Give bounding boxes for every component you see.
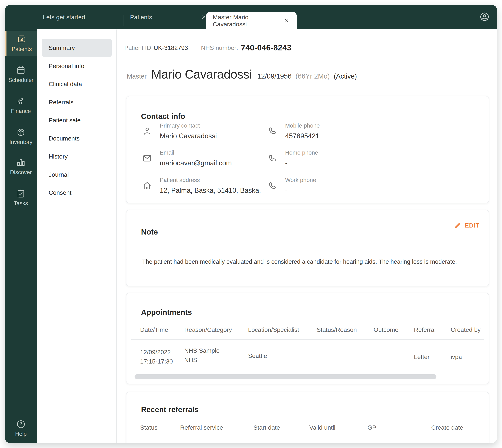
card-title: Recent referrals: [141, 405, 199, 414]
patient-card-icon: [17, 35, 27, 44]
column-header-create-date: Create date: [431, 424, 463, 431]
menu-item-referrals[interactable]: Referrals: [42, 93, 112, 111]
app-window: Lets get started Patients Master Mario C…: [5, 5, 497, 443]
sidebar-item-tasks[interactable]: Tasks: [5, 187, 37, 208]
nhs-number-label: NHS number:: [201, 44, 238, 51]
menu-item-label: Patient sale: [49, 117, 81, 124]
menu-item-label: Summary: [49, 44, 75, 51]
appointments-card: Appointments Date/Time Reason/Category L…: [126, 293, 489, 384]
menu-item-label: Personal info: [49, 63, 84, 69]
finance-chart-icon: [16, 96, 26, 106]
account-circle-icon: [479, 12, 490, 22]
menu-item-clinical-data[interactable]: Clinical data: [42, 75, 112, 93]
menu-item-consent[interactable]: Consent: [42, 184, 112, 202]
appointment-reason: NHS Sample: [184, 346, 220, 355]
patient-dob: 12/09/1956: [257, 72, 291, 80]
field-label: Mobile phone: [285, 122, 320, 129]
table-divider: [131, 339, 484, 339]
edit-note-button[interactable]: EDIT: [454, 221, 480, 229]
menu-item-journal[interactable]: Journal: [42, 166, 112, 184]
sidebar-item-finance[interactable]: Finance: [5, 95, 37, 116]
menu-item-patient-sale[interactable]: Patient sale: [42, 111, 112, 129]
patient-status-badge: (Active): [334, 72, 357, 80]
patient-name: Mario Cavaradossi: [151, 67, 252, 81]
field-value: Mario Cavaradossi: [160, 132, 217, 140]
bar-chart-icon: [16, 158, 26, 168]
appointments-horizontal-scrollbar[interactable]: [135, 374, 437, 379]
sidebar-rail: Patients Scheduler Finance Inventory: [5, 29, 37, 443]
tab-lets-get-started[interactable]: Lets get started: [43, 5, 85, 29]
menu-item-label: Documents: [49, 135, 80, 142]
menu-item-documents[interactable]: Documents: [42, 129, 112, 147]
contact-field-mobile-phone: Mobile phone 457895421: [285, 122, 320, 140]
close-icon[interactable]: [284, 18, 290, 24]
contact-info-card: Contact info Primary contact Mario Cavar…: [126, 96, 489, 203]
patient-age: (66Yr 2Mo): [296, 72, 330, 80]
sidebar-item-patients[interactable]: Patients: [5, 31, 37, 56]
menu-item-label: History: [49, 153, 68, 160]
menu-item-summary[interactable]: Summary: [42, 39, 112, 57]
phone-icon: [267, 181, 278, 191]
clipboard-check-icon: [16, 189, 26, 198]
calendar-icon: [16, 65, 26, 75]
column-header-status-reason: Status/Reason: [317, 326, 357, 333]
menu-item-personal-info[interactable]: Personal info: [42, 57, 112, 75]
pencil-icon: [454, 221, 462, 229]
column-header-valid-until: Valid until: [309, 424, 335, 431]
field-value: mariocavar@gmail.com: [160, 159, 232, 167]
field-label: Home phone: [285, 149, 318, 157]
cell-reason-category: NHS Sample NHS: [184, 346, 220, 365]
column-header-referral: Referral: [414, 326, 436, 333]
menu-item-label: Journal: [49, 171, 69, 178]
column-header-status: Status: [140, 424, 157, 431]
contact-field-email: Email mariocavar@gmail.com: [160, 149, 232, 167]
patient-salutation: Master: [127, 73, 147, 80]
field-value: -: [285, 186, 316, 195]
note-text: The patient had been medically evaluated…: [142, 256, 465, 268]
column-header-referral-service: Referral service: [180, 424, 223, 431]
sidebar-item-label: Patients: [12, 46, 32, 52]
field-label: Patient address: [160, 176, 261, 184]
phone-icon: [267, 153, 278, 163]
cell-referral: Letter: [414, 352, 430, 362]
menu-item-history[interactable]: History: [42, 147, 112, 165]
tab-separator: [124, 15, 124, 26]
column-header-reason-category: Reason/Category: [184, 326, 232, 333]
tab-bar: Lets get started Patients Master Mario C…: [5, 5, 497, 29]
sidebar-item-scheduler[interactable]: Scheduler: [5, 64, 37, 85]
column-header-gp: GP: [367, 424, 376, 431]
card-title: Note: [141, 228, 158, 236]
cell-date-time: 12/09/2022 17:15-17:30: [140, 347, 173, 366]
cube-icon: [16, 128, 26, 137]
header-divider: [121, 89, 490, 89]
column-header-date-time: Date/Time: [140, 326, 168, 333]
person-icon: [142, 126, 152, 136]
field-label: Primary contact: [160, 122, 217, 129]
sidebar-item-label: Inventory: [9, 139, 32, 145]
contact-field-home-phone: Home phone -: [285, 149, 318, 167]
recent-referrals-card: Recent referrals Status Referral service…: [126, 392, 489, 443]
field-value: 12, Palma, Baska, 51410, Baska,: [160, 186, 261, 195]
patient-id-row: Patient ID: UK-3182793 NHS number: 740-0…: [124, 43, 291, 52]
sidebar-item-help[interactable]: Help: [5, 417, 37, 439]
edit-label: EDIT: [465, 222, 480, 229]
card-title: Appointments: [141, 308, 192, 317]
sidebar-item-label: Scheduler: [8, 77, 33, 83]
note-card: Note EDIT The patient had been medically…: [126, 210, 489, 287]
account-button[interactable]: [479, 12, 490, 22]
field-value: 457895421: [285, 132, 320, 140]
column-header-outcome: Outcome: [374, 326, 398, 333]
patient-menu: Summary Personal info Clinical data Refe…: [37, 29, 117, 443]
card-title: Contact info: [141, 112, 185, 121]
field-label: Email: [160, 149, 232, 157]
nhs-number-value: 740-046-8243: [241, 43, 291, 52]
sidebar-item-inventory[interactable]: Inventory: [5, 126, 37, 147]
column-header-created-by: Created by: [451, 326, 481, 333]
table-divider: [131, 440, 484, 440]
tab-master-mario-cavaradossi[interactable]: Master Mario Cavaradossi: [206, 12, 297, 29]
sidebar-item-discover[interactable]: Discover: [5, 156, 37, 177]
tab-label: Master Mario Cavaradossi: [213, 14, 284, 28]
tab-patients[interactable]: Patients: [130, 5, 207, 29]
menu-item-label: Consent: [49, 189, 72, 196]
close-icon[interactable]: [201, 14, 207, 20]
